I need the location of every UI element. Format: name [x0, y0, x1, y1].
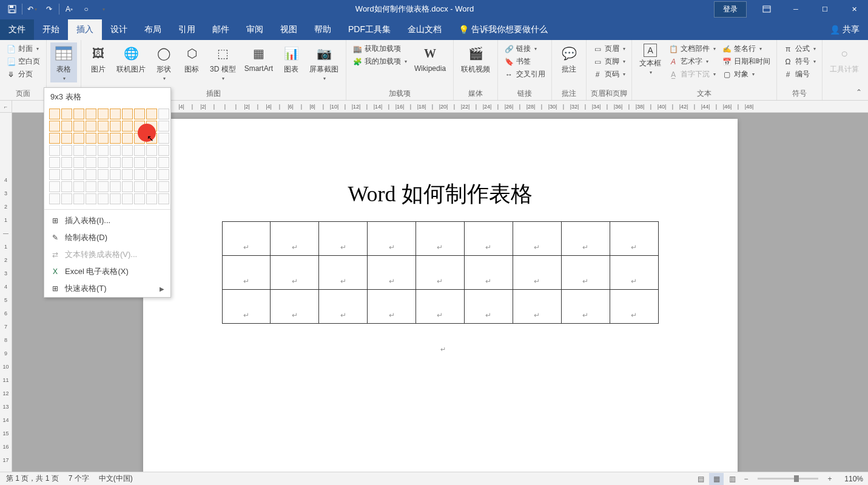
draw-table-menuitem[interactable]: ✎绘制表格(D) — [44, 229, 170, 246]
redo-icon[interactable]: ↷ — [42, 2, 56, 16]
grid-cell[interactable] — [49, 145, 60, 156]
grid-cell[interactable] — [134, 169, 145, 180]
tab-file[interactable]: 文件 — [0, 19, 34, 40]
page[interactable]: Word 如何制作表格 ↵↵↵↵↵↵↵↵↵↵↵↵↵↵↵↵↵↵↵↵↵↵↵↵↵↵↵ … — [143, 119, 738, 472]
web-layout-icon[interactable]: ▥ — [725, 473, 739, 485]
grid-cell[interactable] — [122, 181, 133, 192]
picture-button[interactable]: 🖼图片 — [85, 42, 112, 76]
excel-spreadsheet-menuitem[interactable]: XExcel 电子表格(X) — [44, 263, 170, 280]
insert-table-menuitem[interactable]: ⊞插入表格(I)... — [44, 212, 170, 229]
grid-cell[interactable] — [86, 169, 96, 180]
grid-cell[interactable] — [86, 121, 96, 132]
grid-cell[interactable] — [86, 133, 96, 144]
grid-cell[interactable] — [146, 121, 157, 132]
zoom-level[interactable]: 110% — [836, 475, 863, 483]
grid-cell[interactable] — [73, 133, 84, 144]
grid-cell[interactable] — [146, 181, 157, 192]
link-button[interactable]: 🔗链接▾ — [502, 42, 548, 55]
table-cell[interactable]: ↵ — [610, 290, 658, 324]
save-icon[interactable] — [5, 2, 19, 16]
language[interactable]: 中文(中国) — [99, 473, 133, 484]
grid-cell[interactable] — [98, 193, 109, 204]
grid-cell[interactable] — [158, 133, 169, 144]
grid-cell[interactable] — [158, 121, 169, 132]
grid-cell[interactable] — [134, 121, 145, 132]
table-cell[interactable]: ↵ — [271, 256, 319, 290]
chart-button[interactable]: 📊图表 — [278, 42, 304, 76]
grid-cell[interactable] — [49, 121, 60, 132]
grid-cell[interactable] — [122, 145, 133, 156]
grid-cell[interactable] — [146, 133, 157, 144]
maximize-icon[interactable]: ☐ — [811, 0, 839, 18]
table-cell[interactable]: ↵ — [464, 222, 513, 256]
grid-cell[interactable] — [98, 109, 109, 119]
table-cell[interactable]: ↵ — [464, 290, 513, 324]
zoom-in-button[interactable]: + — [824, 475, 835, 483]
table-cell[interactable]: ↵ — [513, 222, 561, 256]
blank-page-button[interactable]: 📃空白页 — [4, 55, 42, 68]
grid-cell[interactable] — [110, 121, 121, 132]
table-cell[interactable]: ↵ — [319, 222, 368, 256]
grid-cell[interactable] — [134, 157, 145, 168]
tab-help[interactable]: 帮助 — [306, 19, 340, 40]
tab-insert[interactable]: 插入 — [68, 19, 102, 40]
page-count[interactable]: 第 1 页，共 1 页 — [6, 473, 59, 484]
pagenum-button[interactable]: #页码▾ — [590, 68, 628, 81]
grid-cell[interactable] — [158, 169, 169, 180]
table-grid-picker[interactable] — [44, 106, 170, 207]
grid-cell[interactable] — [158, 181, 169, 192]
online-picture-button[interactable]: 🌐联机图片 — [113, 42, 149, 76]
table-cell[interactable]: ↵ — [513, 290, 561, 324]
grid-cell[interactable] — [73, 121, 84, 132]
grid-cell[interactable] — [73, 145, 84, 156]
tab-mailings[interactable]: 邮件 — [204, 19, 238, 40]
grid-cell[interactable] — [86, 145, 96, 156]
symbol-button[interactable]: Ω符号▾ — [781, 55, 818, 68]
read-mode-icon[interactable]: ▤ — [693, 473, 708, 485]
comment-button[interactable]: 💬批注 — [556, 42, 582, 76]
get-addins-button[interactable]: 🏬获取加载项 — [350, 42, 409, 55]
grid-cell[interactable] — [134, 145, 145, 156]
grid-cell[interactable] — [49, 193, 60, 204]
grid-cell[interactable] — [49, 157, 60, 168]
footer-button[interactable]: ▭页脚▾ — [590, 55, 628, 68]
grid-cell[interactable] — [61, 145, 72, 156]
tab-jinshan[interactable]: 金山文档 — [399, 19, 450, 40]
dropcap-button[interactable]: A̲首字下沉▾ — [666, 68, 718, 81]
grid-cell[interactable] — [61, 181, 72, 192]
grid-cell[interactable] — [122, 109, 133, 119]
tab-references[interactable]: 引用 — [170, 19, 204, 40]
table-cell[interactable]: ↵ — [610, 256, 658, 290]
grid-cell[interactable] — [146, 193, 157, 204]
table-cell[interactable]: ↵ — [561, 290, 610, 324]
quickparts-button[interactable]: 📋文档部件▾ — [666, 42, 718, 55]
grid-cell[interactable] — [122, 133, 133, 144]
textbox-button[interactable]: A文本框▾ — [636, 42, 665, 76]
table-cell[interactable]: ↵ — [271, 222, 319, 256]
table-cell[interactable]: ↵ — [271, 290, 319, 324]
bookmark-button[interactable]: 🔖书签 — [502, 55, 548, 68]
number-button[interactable]: #编号 — [781, 68, 818, 81]
grid-cell[interactable] — [86, 181, 96, 192]
grid-cell[interactable] — [49, 133, 60, 144]
table-cell[interactable]: ↵ — [319, 256, 368, 290]
grid-cell[interactable] — [73, 169, 84, 180]
grid-cell[interactable] — [158, 109, 169, 119]
zoom-out-button[interactable]: − — [741, 475, 752, 483]
share-button[interactable]: 👤共享 — [821, 19, 868, 40]
icons-button[interactable]: ⬡图标 — [178, 42, 205, 76]
grid-cell[interactable] — [98, 121, 109, 132]
grid-cell[interactable] — [61, 157, 72, 168]
login-button[interactable]: 登录 — [714, 1, 747, 18]
grid-cell[interactable] — [110, 193, 121, 204]
grid-cell[interactable] — [86, 193, 96, 204]
grid-cell[interactable] — [49, 109, 60, 119]
grid-cell[interactable] — [110, 133, 121, 144]
table-cell[interactable]: ↵ — [561, 256, 610, 290]
page-break-button[interactable]: ⤋分页 — [4, 68, 42, 81]
table-cell[interactable]: ↵ — [416, 222, 465, 256]
grid-cell[interactable] — [86, 157, 96, 168]
smartart-button[interactable]: ▦SmartArt — [241, 42, 277, 74]
grid-cell[interactable] — [98, 133, 109, 144]
grid-cell[interactable] — [73, 157, 84, 168]
